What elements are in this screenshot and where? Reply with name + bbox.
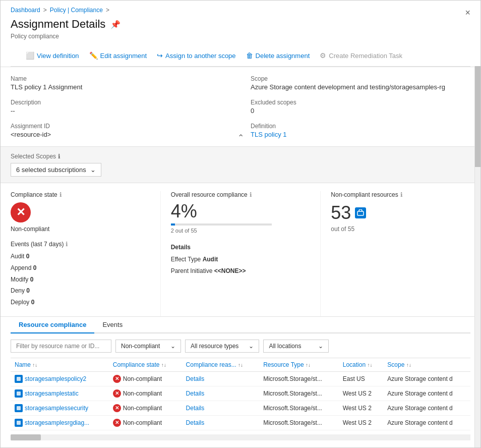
edit-assignment-icon: ✏️ [89,51,98,60]
cell-name-0: storagesamplespolicy2 [11,371,109,386]
resource-link-3[interactable]: storagesamplesrgdiag... [15,419,105,427]
compliance-state-cell-3: ✕ Non-compliant [113,419,178,427]
details-link-3[interactable]: Details [186,419,205,426]
cell-name-1: storagesamplestatic [11,386,109,401]
col-name[interactable]: Name ↑↓ [11,358,109,371]
tab-events[interactable]: Events [94,317,131,333]
table-section: Resource compliance Events Non-compliant… [1,317,480,430]
compliance-state-value: Non-compliant [11,226,49,233]
cell-compliance-state-0: ✕ Non-compliant [109,371,182,386]
event-modify: Modify 0 [11,274,150,286]
cell-compliance-state-3: ✕ Non-compliant [109,415,182,430]
create-remediation-button[interactable]: ⚙ Create Remediation Task [315,49,407,62]
initiative-label: Parent Initiative [171,267,213,274]
resource-type-filter-dropdown[interactable]: All resource types ⌄ [185,340,259,353]
effect-type-label: Effect Type [171,256,201,263]
cell-location-2: West US 2 [339,401,384,415]
col-location[interactable]: Location ↑↓ [339,358,384,371]
compliance-state-text-0: Non-compliant [123,375,162,382]
breadcrumb-sep2: > [106,7,109,14]
assignment-id-label: Assignment ID [11,123,230,130]
details-link-1[interactable]: Details [186,390,205,397]
compliance-state-text-2: Non-compliant [123,405,162,412]
scopes-section: Selected Scopes ℹ 6 selected subscriptio… [1,147,480,183]
noncompliant-resource-icon [355,207,366,218]
resource-icon-0 [15,375,23,383]
initiative-value: <<NONE>> [214,267,246,274]
compliance-filter-label: Non-compliant [121,343,160,350]
tab-row: Resource compliance Events [11,317,470,333]
resource-type-filter-chevron: ⌄ [249,343,254,350]
title-row: Assignment Details 📌 [11,18,470,31]
svg-rect-0 [357,211,364,215]
col-resource-type[interactable]: Resource Type ↑↓ [259,358,339,371]
resource-filter-input[interactable] [11,340,111,353]
assign-scope-button[interactable]: ↪ Assign to another scope [152,49,240,62]
assignment-id-detail: Assignment ID <resource-id> [11,123,230,138]
close-button[interactable]: × [465,8,470,18]
events-info-icon: ℹ [66,241,68,248]
cell-compliance-state-1: ✕ Non-compliant [109,386,182,401]
overall-compliance-label: Overall resource compliance [171,191,248,198]
non-compliant-icon: ✕ [11,202,31,222]
cell-resource-type-1: Microsoft.Storage/st... [259,386,339,401]
view-definition-label: View definition [37,52,79,60]
main-content: Name TLS policy 1 Assignment Scope Azure… [1,67,480,447]
definition-value[interactable]: TLS policy 1 [251,131,470,138]
compliance-state-cell-1: ✕ Non-compliant [113,389,178,398]
compliance-state-col: Compliance state ℹ ✕ Non-compliant Event… [11,191,160,316]
event-append: Append 0 [11,262,150,274]
scopes-label: Selected Scopes ℹ [11,153,470,160]
breadcrumb-dashboard[interactable]: Dashboard [11,7,40,14]
resource-link-1[interactable]: storagesamplestatic [15,389,105,398]
page-subtitle: Policy compliance [11,33,470,40]
cell-compliance-state-2: ✕ Non-compliant [109,401,182,415]
delete-assignment-button[interactable]: 🗑 Delete assignment [241,49,315,62]
vertical-scrollbar[interactable] [474,66,480,447]
locations-filter-dropdown[interactable]: All locations ⌄ [263,340,329,353]
nc-icon-3: ✕ [113,419,121,427]
nc-icon-2: ✕ [113,404,121,412]
svg-rect-4 [17,421,21,425]
details-link-0[interactable]: Details [186,375,205,382]
progress-bar-fill [171,223,175,226]
cell-compliance-reason-1: Details [182,386,260,401]
col-compliance-reason[interactable]: Compliance reas... ↑↓ [182,358,260,371]
filters-row: Non-compliant ⌄ All resource types ⌄ All… [11,340,470,353]
scope-value: Azure Storage content development and te… [251,83,470,91]
edit-assignment-button[interactable]: ✏️ Edit assignment [84,49,152,62]
scopes-dropdown[interactable]: 6 selected subscriptions ⌄ [11,163,101,177]
details-header: Details [171,244,311,251]
excluded-scopes-detail: Excluded scopes 0 [251,99,470,115]
tab-resource-compliance[interactable]: Resource compliance [11,317,94,333]
cell-name-2: storagesamplessecurity [11,401,109,415]
resource-name-3: storagesamplesrgdiag... [25,419,89,426]
nc-icon-1: ✕ [113,389,121,398]
noncompliant-resources-col: Non-compliant resources ℹ 53 out of 55 [320,191,470,316]
name-value: TLS policy 1 Assignment [11,83,230,91]
breadcrumb-policy-compliance[interactable]: Policy | Compliance [50,7,103,14]
resource-link-2[interactable]: storagesamplessecurity [15,404,105,412]
col-scope[interactable]: Scope ↑↓ [383,358,470,371]
resource-name-0: storagesamplespolicy2 [25,375,86,382]
view-definition-icon: ⬜ [26,51,34,60]
resource-type-filter-label: All resource types [191,343,238,350]
details-link-2[interactable]: Details [186,405,205,412]
svg-rect-2 [17,391,21,396]
description-label: Description [11,99,230,106]
compliance-filter-dropdown[interactable]: Non-compliant ⌄ [115,340,181,353]
progress-bar-bg [171,223,272,226]
pin-icon[interactable]: 📌 [110,20,121,29]
table-row: storagesamplessecurity ✕ Non-compliant D… [11,401,470,415]
cell-scope-2: Azure Storage content d [383,401,470,415]
view-definition-button[interactable]: ⬜ View definition [21,49,84,62]
horizontal-scrollbar[interactable] [11,434,470,440]
event-deny: Deny 0 [11,285,150,297]
chevron-down-icon: ⌄ [90,166,96,174]
resource-link-0[interactable]: storagesamplespolicy2 [15,375,105,383]
details-section: Name TLS policy 1 Assignment Scope Azure… [1,67,480,147]
collapse-button[interactable]: ⌃ [237,133,244,142]
scopes-dropdown-label: 6 selected subscriptions [16,166,86,174]
name-detail: Name TLS policy 1 Assignment [11,75,230,91]
col-compliance-state[interactable]: Compliance state ↑↓ [109,358,182,371]
